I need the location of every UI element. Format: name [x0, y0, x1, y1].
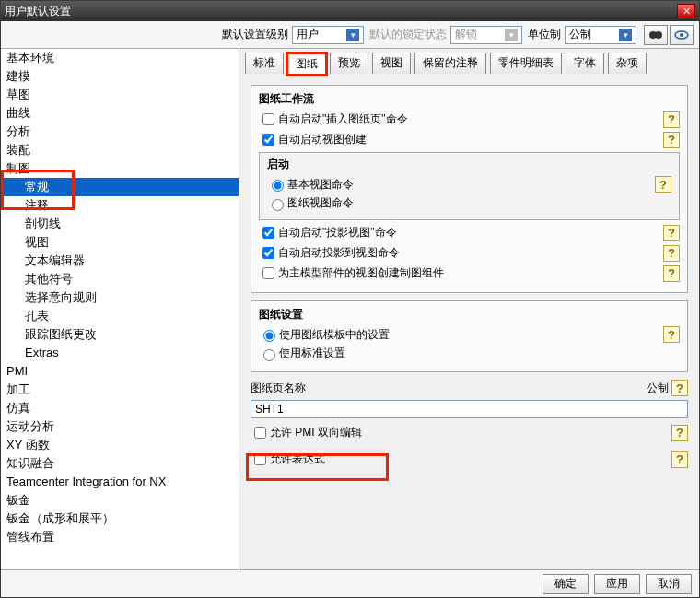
- nav-item[interactable]: 制图: [1, 159, 239, 178]
- svg-point-4: [680, 33, 683, 37]
- cancel-button[interactable]: 取消: [646, 574, 692, 594]
- toolbar: 默认设置级别 用户 ▾ 默认的锁定状态 解锁 ▾ 单位制 公制 ▾: [1, 21, 699, 49]
- unit-combo[interactable]: 公制 ▾: [565, 26, 636, 44]
- nav-item[interactable]: 基本环境: [1, 49, 239, 67]
- nav-item[interactable]: 钣金（成形和展平）: [1, 510, 239, 528]
- eye-button[interactable]: [670, 25, 694, 45]
- nav-item[interactable]: PMI: [1, 362, 239, 381]
- tab-6[interactable]: 字体: [566, 53, 604, 74]
- nav-item[interactable]: Teamcenter Integration for NX: [1, 473, 239, 491]
- binocular-button[interactable]: [644, 25, 668, 45]
- tab-1[interactable]: 图纸: [287, 53, 326, 75]
- sheetname-unit: 公制: [647, 381, 669, 396]
- sub-legend: 启动: [267, 157, 671, 172]
- eye-icon: [674, 29, 689, 41]
- chk-allow-pmi[interactable]: [254, 427, 266, 439]
- nav-item[interactable]: XY 函数: [1, 436, 239, 454]
- nav-tree[interactable]: 基本环境建模草图曲线分析装配制图常规注释剖切线视图文本编辑器其他符号选择意向规则…: [1, 49, 239, 569]
- sheetname-row: 图纸页名称 公制 ?: [251, 380, 688, 396]
- svg-rect-2: [652, 33, 659, 35]
- help-icon[interactable]: ?: [663, 132, 680, 148]
- nav-item[interactable]: 曲线: [1, 104, 239, 123]
- lock-combo[interactable]: 解锁 ▾: [450, 26, 522, 44]
- help-icon[interactable]: ?: [663, 265, 680, 282]
- body: 基本环境建模草图曲线分析装配制图常规注释剖切线视图文本编辑器其他符号选择意向规则…: [1, 49, 699, 569]
- help-icon[interactable]: ?: [671, 425, 688, 441]
- nav-item[interactable]: 注释: [1, 196, 239, 215]
- nav-item[interactable]: 建模: [1, 67, 239, 86]
- tab-0[interactable]: 标准: [245, 53, 284, 74]
- tab-5[interactable]: 零件明细表: [490, 53, 562, 74]
- tab-panel: 图纸工作流 自动启动"插入图纸页"命令? 自动启动视图创建? 启动 基本视图命令…: [245, 79, 694, 564]
- chk-auto-insert[interactable]: [262, 113, 274, 125]
- help-icon[interactable]: ?: [663, 111, 680, 128]
- chevron-down-icon: ▾: [619, 29, 632, 41]
- radio-basic-view[interactable]: [272, 180, 284, 192]
- help-icon[interactable]: ?: [671, 380, 688, 396]
- ok-button[interactable]: 确定: [542, 574, 589, 594]
- chk-auto-viewcreate[interactable]: [262, 134, 274, 146]
- level-label: 默认设置级别: [222, 27, 288, 42]
- help-icon[interactable]: ?: [663, 326, 680, 343]
- nav-item[interactable]: 装配: [1, 141, 239, 159]
- group-legend: 图纸工作流: [259, 91, 680, 107]
- chk-allow-expr[interactable]: [254, 453, 266, 465]
- nav-item[interactable]: 草图: [1, 86, 239, 104]
- nav-item[interactable]: 运动分析: [1, 417, 239, 436]
- dialog-window: 用户默认设置 ✕ 默认设置级别 用户 ▾ 默认的锁定状态 解锁 ▾ 单位制 公制…: [0, 0, 700, 598]
- help-icon[interactable]: ?: [655, 176, 671, 193]
- nav-item[interactable]: 孔表: [1, 307, 239, 325]
- radio-use-template[interactable]: [263, 330, 275, 342]
- chk-auto-project[interactable]: [262, 227, 274, 239]
- window-title: 用户默认设置: [5, 4, 677, 19]
- group-sheet-settings: 图纸设置 使用图纸模板中的设置? 使用标准设置: [251, 300, 688, 372]
- tab-4[interactable]: 保留的注释: [414, 53, 486, 74]
- nav-item[interactable]: 跟踪图纸更改: [1, 325, 239, 344]
- group-workflow: 图纸工作流 自动启动"插入图纸页"命令? 自动启动视图创建? 启动 基本视图命令…: [251, 85, 688, 293]
- close-button[interactable]: ✕: [677, 4, 695, 18]
- tab-2[interactable]: 预览: [330, 53, 368, 74]
- tab-3[interactable]: 视图: [372, 53, 411, 74]
- sheetname-label: 图纸页名称: [251, 381, 306, 396]
- nav-item[interactable]: 常规: [1, 178, 239, 196]
- titlebar: 用户默认设置 ✕: [1, 1, 699, 21]
- nav-item[interactable]: 加工: [1, 381, 239, 399]
- chevron-down-icon: ▾: [505, 29, 518, 41]
- lock-label: 默认的锁定状态: [369, 27, 447, 42]
- tab-7[interactable]: 杂项: [608, 53, 647, 74]
- group-legend: 图纸设置: [259, 307, 680, 322]
- nav-item[interactable]: 钣金: [1, 491, 239, 510]
- help-icon[interactable]: ?: [663, 245, 680, 262]
- nav-item[interactable]: 仿真: [1, 399, 239, 417]
- content-area: 标准图纸预览视图保留的注释零件明细表字体杂项 图纸工作流 自动启动"插入图纸页"…: [239, 49, 699, 569]
- level-combo[interactable]: 用户 ▾: [292, 26, 364, 44]
- footer: 确定 应用 取消: [1, 569, 699, 597]
- chk-create-comp[interactable]: [262, 267, 274, 279]
- nav-item[interactable]: 分析: [1, 123, 239, 141]
- binoculars-icon: [648, 29, 663, 41]
- chk-auto-projto[interactable]: [262, 247, 274, 259]
- nav-item[interactable]: Extras: [1, 344, 239, 362]
- tabs: 标准图纸预览视图保留的注释零件明细表字体杂项: [239, 49, 699, 74]
- radio-drawing-view[interactable]: [272, 199, 284, 211]
- nav-item[interactable]: 视图: [1, 233, 239, 252]
- nav-item[interactable]: 文本编辑器: [1, 252, 239, 270]
- radio-use-standard[interactable]: [263, 349, 275, 361]
- nav-item[interactable]: 知识融合: [1, 454, 239, 473]
- nav-item[interactable]: 管线布置: [1, 528, 239, 546]
- help-icon[interactable]: ?: [663, 225, 680, 241]
- nav-item[interactable]: 选择意向规则: [1, 288, 239, 307]
- nav-item[interactable]: 其他符号: [1, 270, 239, 288]
- unit-label: 单位制: [528, 27, 561, 42]
- subgroup-startup: 启动 基本视图命令? 图纸视图命令: [259, 152, 680, 220]
- help-icon[interactable]: ?: [671, 451, 688, 468]
- chevron-down-icon: ▾: [346, 29, 359, 41]
- apply-button[interactable]: 应用: [594, 574, 640, 594]
- sheetname-input[interactable]: [251, 400, 688, 418]
- nav-item[interactable]: 剖切线: [1, 215, 239, 233]
